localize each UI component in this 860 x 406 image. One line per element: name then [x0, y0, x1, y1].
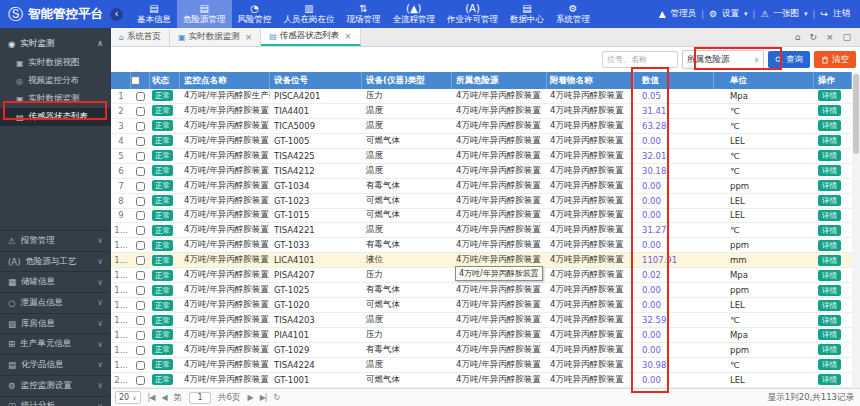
expand-icon[interactable]: ▢ [842, 32, 851, 42]
table-row[interactable]: 2 正常 4万吨/年异丙醇胺装置 TIA4401 温度 4万吨/年异丙醇胺装置 … [111, 104, 852, 119]
table-row[interactable]: 1... 正常 4万吨/年异丙醇胺装置 GT-1033 有毒气体 4万吨/年异丙… [111, 238, 852, 253]
detail-button[interactable]: 详情 [818, 120, 841, 131]
row-checkbox[interactable] [136, 376, 145, 385]
sidebar-group-item[interactable]: ◫ 统计分析 ∨ [0, 396, 111, 406]
detail-button[interactable]: 详情 [818, 285, 841, 296]
row-checkbox[interactable] [136, 361, 145, 370]
table-row[interactable]: 1... 正常 4万吨/年异丙醇胺装置 PIA4101 压力 4万吨/年异丙醇胺… [111, 328, 852, 343]
detail-button[interactable]: 详情 [818, 225, 841, 236]
table-row[interactable]: 9 正常 4万吨/年异丙醇胺装置 GT-1015 可燃气体 4万吨/年异丙醇胺装… [111, 209, 852, 224]
detail-button[interactable]: 详情 [818, 359, 841, 370]
row-checkbox[interactable] [136, 286, 145, 295]
nav-item[interactable]: ⇅ 现场管理 [341, 0, 387, 28]
chevron-down-icon[interactable]: ▾ [744, 10, 748, 18]
row-checkbox[interactable] [136, 107, 145, 116]
tab-close-icon[interactable]: × [245, 32, 253, 42]
table-row[interactable]: 1... 正常 4万吨/年异丙醇胺装置 GT-1020 可燃气体 4万吨/年异丙… [111, 298, 852, 313]
prev-page-button[interactable]: ◀ [161, 393, 166, 402]
detail-button[interactable]: 详情 [818, 105, 841, 116]
detail-button[interactable]: 详情 [818, 329, 841, 340]
row-checkbox[interactable] [136, 122, 145, 131]
scrollbar-thumb[interactable] [853, 74, 859, 154]
row-checkbox[interactable] [136, 241, 145, 250]
detail-button[interactable]: 详情 [818, 315, 841, 326]
row-checkbox[interactable] [136, 137, 145, 146]
refresh-icon[interactable]: ↻ [809, 32, 817, 42]
close-icon[interactable]: × [826, 32, 834, 42]
row-checkbox[interactable] [136, 271, 145, 280]
sidebar-sub-item[interactable]: ▣ 实时数据视图 [0, 54, 111, 72]
map-menu[interactable]: 一张图 [774, 8, 800, 20]
table-row[interactable]: 1... 正常 4万吨/年异丙醇胺装置 TISA4221 温度 4万吨/年异丙醇… [111, 223, 852, 238]
table-row[interactable]: 1 正常 4万吨/年异丙醇胺生产装置 PISCA4201 压力 4万吨/年异丙醇… [111, 89, 852, 104]
nav-item[interactable]: ▤ 基本信息 [131, 0, 177, 28]
hazard-select[interactable]: 所属危险源 ∨ [682, 50, 764, 69]
sidebar-group-item[interactable]: ▤ 化学品信息 ∨ [0, 354, 111, 375]
keyword-input[interactable] [602, 51, 678, 68]
row-checkbox[interactable] [136, 182, 145, 191]
last-page-button[interactable]: ▶| [260, 393, 267, 402]
search-button[interactable]: 查询 [768, 51, 810, 68]
content-tab[interactable]: ⌂ 系统首页 × [111, 28, 170, 46]
nav-item[interactable]: (▲) 全流程管理 [387, 0, 442, 28]
row-checkbox[interactable] [136, 197, 145, 206]
nav-item[interactable]: ⚙ 系统管理 [550, 0, 596, 28]
row-checkbox[interactable] [136, 211, 145, 220]
nav-item[interactable]: ▤ 数据中心 [504, 0, 550, 28]
sidebar-group-item[interactable]: ▦ 储罐信息 ∨ [0, 271, 111, 292]
detail-button[interactable]: 详情 [818, 240, 841, 251]
row-checkbox[interactable] [136, 301, 145, 310]
table-row[interactable]: 6 正常 4万吨/年异丙醇胺装置 TISA4212 温度 4万吨/年异丙醇胺装置… [111, 164, 852, 179]
detail-button[interactable]: 详情 [818, 135, 841, 146]
nav-item[interactable]: ▤ 危险源管理 [177, 0, 232, 28]
table-row[interactable]: 5 正常 4万吨/年异丙醇胺装置 TISA4225 温度 4万吨/年异丙醇胺装置… [111, 149, 852, 164]
detail-button[interactable]: 详情 [818, 210, 841, 221]
table-row[interactable]: 4 正常 4万吨/年异丙醇胺装置 GT-1005 可燃气体 4万吨/年异丙醇胺装… [111, 134, 852, 149]
content-tab[interactable]: ▣ 实时数据监测 × [170, 28, 261, 46]
logout-button[interactable]: 注销 [833, 8, 850, 20]
sidebar-group-item[interactable]: ○ 泄漏点信息 ∨ [0, 292, 111, 313]
row-checkbox[interactable] [136, 92, 145, 101]
row-checkbox[interactable] [136, 346, 145, 355]
sidebar-group-item[interactable]: ▧ 库房信息 ∨ [0, 313, 111, 334]
content-tab[interactable]: ▤ 传感器状态列表 × [261, 28, 361, 46]
clear-button[interactable]: 清空 [814, 51, 856, 68]
detail-button[interactable]: 详情 [818, 270, 841, 281]
user-name[interactable]: 管理员 [671, 8, 697, 20]
table-row[interactable]: 3 正常 4万吨/年异丙醇胺装置 TICA5009 温度 4万吨/年异丙醇胺装置… [111, 119, 852, 134]
row-checkbox[interactable] [136, 256, 145, 265]
tab-close-icon[interactable]: × [344, 31, 352, 41]
page-size-select[interactable]: 20 ∨ [115, 391, 141, 404]
detail-button[interactable]: 详情 [818, 180, 841, 191]
sidebar-section-realtime[interactable]: ◉ 实时监测 ∧ [0, 33, 111, 54]
detail-button[interactable]: 详情 [818, 150, 841, 161]
settings-menu[interactable]: 设置 [722, 8, 739, 20]
row-checkbox[interactable] [136, 152, 145, 161]
row-checkbox[interactable] [136, 167, 145, 176]
home-icon[interactable]: ⌂ [795, 32, 801, 42]
table-row[interactable]: 2... 正常 4万吨/年异丙醇胺装置 GT-1001 可燃气体 4万吨/年异丙… [111, 373, 852, 388]
table-row[interactable]: 1... 正常 4万吨/年异丙醇胺装置 TISA4203 温度 4万吨/年异丙醇… [111, 313, 852, 328]
detail-button[interactable]: 详情 [818, 90, 841, 101]
nav-item[interactable]: ▥ 人员在岗在位 [278, 0, 341, 28]
row-checkbox[interactable] [136, 226, 145, 235]
table-row[interactable]: 7 正常 4万吨/年异丙醇胺装置 GT-1034 有毒气体 4万吨/年异丙醇胺装… [111, 179, 852, 194]
collapse-back-icon[interactable]: ‹ [110, 8, 123, 21]
table-row[interactable]: 1... 正常 4万吨/年异丙醇胺装置 GT-1025 有毒气体 4万吨/年异丙… [111, 283, 852, 298]
sidebar-sub-item[interactable]: ▤ 传感器状态列表 [0, 108, 111, 126]
sidebar-group-item[interactable]: (A) 危险源与工艺 ∨ [0, 251, 111, 272]
table-row[interactable]: 8 正常 4万吨/年异丙醇胺装置 GT-1023 可燃气体 4万吨/年异丙醇胺装… [111, 194, 852, 209]
first-page-button[interactable]: |◀ [148, 393, 155, 402]
reload-icon[interactable]: ↻ [274, 393, 280, 402]
row-checkbox[interactable] [136, 316, 145, 325]
nav-item[interactable]: (A) 作业许可管理 [441, 0, 504, 28]
detail-button[interactable]: 详情 [818, 374, 841, 385]
vertical-scrollbar[interactable] [852, 72, 860, 388]
sidebar-group-item[interactable]: ⚙ 监控监测设置 ∨ [0, 375, 111, 396]
detail-button[interactable]: 详情 [818, 195, 841, 206]
row-checkbox[interactable] [136, 331, 145, 340]
detail-button[interactable]: 详情 [818, 300, 841, 311]
detail-button[interactable]: 详情 [818, 165, 841, 176]
detail-button[interactable]: 详情 [818, 255, 841, 266]
table-row[interactable]: 1... 正常 4万吨/年异丙醇胺装置 GT-1029 有毒气体 4万吨/年异丙… [111, 343, 852, 358]
